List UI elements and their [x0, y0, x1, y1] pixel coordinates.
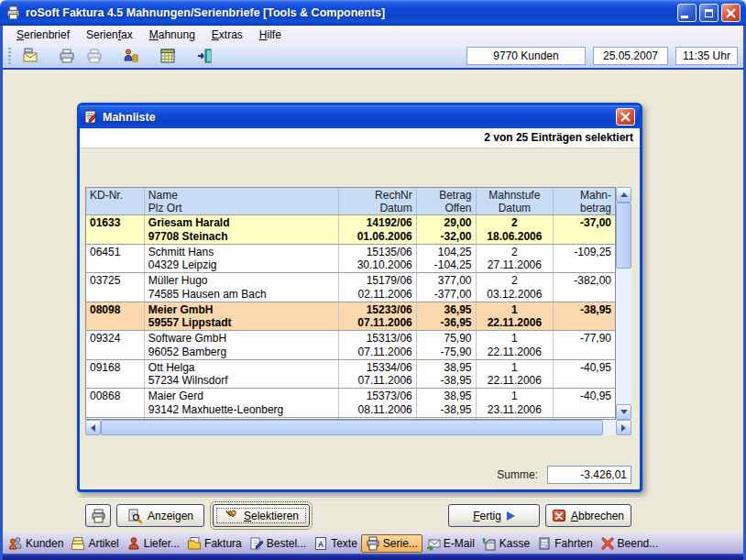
tab-texte[interactable]: A Texte: [310, 535, 361, 552]
menu-mahnung[interactable]: Mahnung: [141, 27, 203, 43]
header-rechnr[interactable]: RechNrDatum: [339, 188, 417, 214]
cell-name-ort[interactable]: Schmitt Hans04329 Leipzig: [145, 245, 339, 273]
cell-name-ort[interactable]: Software GmbH96052 Bamberg: [145, 331, 339, 359]
cell-mahnbetrag[interactable]: -109,25: [554, 245, 615, 273]
calendar-grid-button[interactable]: [156, 45, 180, 67]
cell-rechnr-datum[interactable]: 15135/0630.10.2006: [339, 245, 417, 273]
cell-rechnr-datum[interactable]: 15334/0607.11.2006: [339, 360, 417, 389]
quit-x-icon: [600, 536, 615, 551]
cell-betrag-offen[interactable]: 29,00-32,00: [417, 215, 477, 244]
table-grid: KD-Nr. NamePlz Ort RechNrDatum BetragOff…: [85, 187, 616, 420]
table-row[interactable]: 08098Meier GmbH59557 Lippstadt15233/0607…: [86, 302, 615, 332]
maximize-button[interactable]: [699, 4, 719, 22]
dialog-close-button[interactable]: [616, 108, 635, 126]
menu-serienfax[interactable]: Serienfax: [78, 27, 141, 43]
tab-serienbriefe[interactable]: Serie...: [361, 534, 422, 553]
cell-betrag-offen[interactable]: 104,25-104,25: [417, 245, 477, 273]
cell-kdnr[interactable]: 01633: [86, 215, 145, 244]
tab-artikel[interactable]: Artikel: [67, 535, 122, 552]
cell-mahnbetrag[interactable]: -382,00: [554, 273, 615, 302]
cell-rechnr-datum[interactable]: 15313/0607.11.2006: [339, 331, 417, 359]
cell-kdnr[interactable]: 03725: [86, 273, 145, 302]
cell-betrag-offen[interactable]: 377,00-377,00: [417, 273, 477, 302]
cell-rechnr-datum[interactable]: 15373/0608.11.2006: [339, 389, 417, 417]
exit-button[interactable]: [192, 45, 216, 67]
fax-button[interactable]: [55, 45, 79, 67]
fax-print-icon: [86, 48, 103, 64]
cell-betrag-offen[interactable]: 38,95-38,95: [417, 389, 477, 417]
table-row[interactable]: 06451Schmitt Hans04329 Leipzig15135/0630…: [86, 245, 615, 274]
cell-betrag-offen[interactable]: 75,90-75,90: [417, 331, 477, 359]
tab-faktura[interactable]: Faktura: [183, 535, 246, 552]
tab-lieferanten[interactable]: Liefer...: [123, 535, 183, 552]
cell-betrag-offen[interactable]: 38,95-38,95: [417, 360, 477, 389]
scroll-right-button[interactable]: [616, 420, 631, 435]
table-row[interactable]: 09324Software GmbH96052 Bamberg15313/060…: [86, 331, 615, 360]
customers-coins-icon: [123, 48, 139, 64]
minimize-button[interactable]: [677, 4, 697, 22]
menu-hilfe[interactable]: Hilfe: [251, 27, 290, 43]
cell-kdnr[interactable]: 08098: [86, 302, 145, 331]
cell-mahnbetrag[interactable]: -77,90: [554, 331, 615, 359]
print-button[interactable]: [85, 504, 111, 527]
customers-coins-button[interactable]: [119, 45, 143, 67]
cell-name-ort[interactable]: Griesam Harald97708 Steinach: [145, 215, 339, 244]
cell-name-ort[interactable]: Meier GmbH59557 Lippstadt: [145, 302, 339, 331]
cell-mahnstufe-datum[interactable]: 218.06.2006: [477, 215, 554, 244]
menu-extras[interactable]: Extras: [203, 27, 251, 43]
cell-name-ort[interactable]: Maier Gerd93142 Maxhuette-Leonberg: [145, 389, 339, 417]
horizontal-scrollbar[interactable]: [85, 420, 631, 435]
cell-mahnbetrag[interactable]: -38,95: [554, 302, 615, 331]
cell-mahnstufe-datum[interactable]: 227.11.2006: [477, 245, 554, 273]
cell-mahnstufe-datum[interactable]: 122.11.2006: [477, 360, 554, 389]
tab-kunden[interactable]: Kunden: [5, 535, 67, 552]
cell-name-ort[interactable]: Müller Hugo74585 Hausen am Bach: [145, 273, 339, 302]
header-mahnstufe[interactable]: MahnstufeDatum: [477, 188, 554, 214]
cell-rechnr-datum[interactable]: 15233/0607.11.2006: [339, 302, 417, 331]
tab-beenden[interactable]: Beend...: [597, 535, 663, 552]
header-name[interactable]: NamePlz Ort: [145, 188, 339, 214]
abbrechen-button[interactable]: Abbrechen: [545, 504, 631, 527]
vertical-scroll-thumb[interactable]: [616, 203, 631, 269]
cell-kdnr[interactable]: 06451: [86, 245, 145, 273]
scroll-left-button[interactable]: [85, 420, 101, 435]
cell-mahnbetrag[interactable]: -40,95: [554, 360, 615, 389]
header-kdnr[interactable]: KD-Nr.: [86, 188, 145, 214]
tab-fahrten[interactable]: Fahrten: [533, 535, 596, 552]
cell-rechnr-datum[interactable]: 14192/0601.06.2006: [339, 215, 417, 244]
cell-mahnstufe-datum[interactable]: 122.11.2006: [477, 302, 554, 331]
vertical-scrollbar[interactable]: [616, 187, 631, 420]
cell-name-ort[interactable]: Ott Helga57234 Wilnsdorf: [145, 360, 339, 389]
horizontal-scroll-thumb[interactable]: [101, 420, 603, 435]
tab-kasse[interactable]: Kasse: [478, 535, 533, 552]
fax-print-button[interactable]: [82, 45, 106, 67]
cell-mahnstufe-datum[interactable]: 203.12.2006: [477, 273, 554, 302]
toolbar-grip[interactable]: [8, 48, 11, 64]
cell-mahnbetrag[interactable]: -40,95: [554, 389, 615, 417]
tab-fahrten-label: Fahrten: [554, 537, 592, 550]
cell-kdnr[interactable]: 00868: [86, 389, 145, 417]
table-row[interactable]: 09168Ott Helga57234 Wilnsdorf15334/0607.…: [86, 360, 615, 390]
cell-rechnr-datum[interactable]: 15179/0602.11.2006: [339, 273, 417, 302]
header-mahnbetrag[interactable]: Mahn-betrag: [554, 188, 615, 214]
tab-email[interactable]: E-Mail: [422, 535, 478, 552]
cell-mahnbetrag[interactable]: -37,00: [554, 215, 615, 244]
table-row[interactable]: 03725Müller Hugo74585 Hausen am Bach1517…: [86, 273, 615, 302]
table-row[interactable]: 00868Maier Gerd93142 Maxhuette-Leonberg1…: [86, 389, 615, 418]
scroll-up-button[interactable]: [616, 187, 631, 203]
print-letter-button[interactable]: [18, 45, 42, 67]
tab-bestellungen[interactable]: Bestel...: [246, 535, 310, 552]
cell-betrag-offen[interactable]: 36,95-36,95: [417, 302, 477, 331]
scroll-down-button[interactable]: [616, 404, 631, 420]
cell-mahnstufe-datum[interactable]: 123.11.2006: [477, 389, 554, 417]
selektieren-button[interactable]: Selektieren: [213, 504, 310, 527]
close-button[interactable]: [721, 4, 741, 22]
table-row[interactable]: 01633Griesam Harald97708 Steinach14192/0…: [86, 215, 615, 245]
menu-serienbrief[interactable]: Serienbrief: [8, 27, 78, 43]
cell-kdnr[interactable]: 09324: [86, 331, 145, 359]
header-betrag[interactable]: BetragOffen: [417, 188, 477, 214]
cell-kdnr[interactable]: 09168: [86, 360, 145, 389]
anzeigen-button[interactable]: Anzeigen: [116, 504, 204, 527]
fertig-button[interactable]: Fertig: [448, 504, 540, 527]
cell-mahnstufe-datum[interactable]: 122.11.2006: [477, 331, 554, 359]
